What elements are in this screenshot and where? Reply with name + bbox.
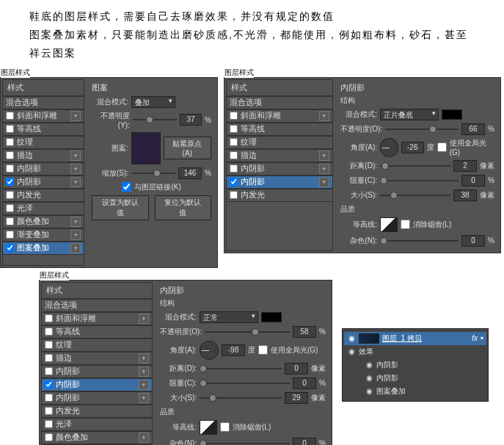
angle-value[interactable]: -98 [222,344,245,356]
effect-item[interactable]: 内阴影 [344,372,486,385]
style-inner-shadow-sel[interactable]: 内阴影+ [42,378,152,391]
add-icon[interactable]: + [70,151,81,161]
pattern-swatch[interactable] [131,132,160,164]
visibility-icon[interactable] [365,361,373,369]
distance-value[interactable]: 0 [285,363,308,375]
style-gradient-overlay[interactable]: 渐变叠加+ [3,228,84,242]
blend-mode-dropdown[interactable]: 正片叠底 [380,109,439,120]
set-default-button[interactable]: 设置为默认值 [92,195,148,220]
reset-default-button[interactable]: 复位为默认值 [155,195,211,220]
distance-slider[interactable] [200,363,282,374]
inner-glow-check[interactable] [45,407,53,415]
noise-value[interactable]: 0 [461,235,485,247]
stroke-check[interactable] [6,151,14,159]
opacity-value[interactable]: 58 [293,326,316,338]
scale-value[interactable]: 146 [178,167,202,179]
global-light-check[interactable] [258,345,268,355]
style-inner-glow[interactable]: 内发光 [227,189,332,202]
style-inner-shadow[interactable]: 内阴影+ [42,365,152,378]
size-value[interactable]: 29 [285,392,308,404]
stroke-check[interactable] [230,151,238,159]
style-color-overlay[interactable]: 颜色叠加+ [3,215,84,228]
global-light-check[interactable] [437,142,447,152]
inner-glow-check[interactable] [230,191,238,199]
contour-check[interactable] [230,125,238,133]
choke-value[interactable]: 0 [293,377,316,389]
style-bevel[interactable]: 斜面和浮雕+ [42,312,152,325]
choke-value[interactable]: 0 [461,175,485,187]
opacity-value[interactable]: 66 [461,123,485,135]
choke-slider[interactable] [380,176,459,186]
add-icon[interactable]: + [70,164,81,174]
inner-shadow-check[interactable] [6,164,14,173]
style-contour[interactable]: 等高线 [3,123,84,136]
stroke-check[interactable] [45,354,53,362]
bevel-check[interactable] [45,314,53,322]
style-inner-shadow-2[interactable]: 内阴影+ [3,176,84,189]
style-stroke[interactable]: 描边+ [227,149,332,162]
bevel-check[interactable] [6,112,14,120]
inner-shadow-check[interactable] [230,164,238,173]
blend-mode-dropdown[interactable]: 叠加 [131,96,175,108]
satin-check[interactable] [6,204,14,212]
blend-mode-dropdown[interactable]: 正常 [200,311,258,323]
layer-thumbnail[interactable] [359,333,379,344]
style-contour[interactable]: 等高线 [227,123,332,136]
add-icon[interactable]: + [319,177,329,187]
style-stroke[interactable]: 描边+ [3,149,84,162]
style-satin[interactable]: 光泽 [42,418,152,431]
add-icon[interactable]: + [70,217,81,227]
distance-value[interactable]: 2 [453,160,477,172]
contour-check[interactable] [45,328,53,336]
layer-name[interactable]: 图层_1 拷贝 [382,333,422,344]
add-icon[interactable]: + [319,111,329,121]
color-swatch[interactable] [261,312,282,322]
add-icon[interactable]: + [139,380,149,390]
layer-row[interactable]: 图层_1 拷贝fx▾ [344,332,486,345]
inner-glow-check[interactable] [6,191,14,199]
effect-item[interactable]: 内阴影 [344,358,486,372]
angle-dial[interactable] [380,138,398,157]
add-icon[interactable]: + [139,314,149,324]
link-layer-check[interactable] [122,182,131,192]
texture-check[interactable] [45,341,53,349]
add-icon[interactable]: + [139,393,149,403]
chevron-down-icon[interactable]: ▾ [481,335,483,341]
satin-check[interactable] [45,420,53,428]
anti-alias-check[interactable] [220,422,230,432]
effect-item[interactable]: 图案叠加 [344,385,486,398]
snap-origin-button[interactable]: 贴紧原点(A) [164,137,212,159]
add-icon[interactable]: + [319,164,329,174]
blend-options[interactable]: 混合选项 [42,299,152,312]
style-texture[interactable]: 纹理 [42,339,152,352]
fx-badge[interactable]: fx [472,334,478,342]
bevel-check[interactable] [230,112,238,120]
style-inner-shadow-3[interactable]: 内阴影+ [42,391,152,405]
distance-slider[interactable] [380,161,450,171]
noise-value[interactable]: 0 [293,438,316,445]
style-inner-glow[interactable]: 内发光 [3,189,84,202]
color-overlay-check[interactable] [6,217,14,225]
gradient-overlay-check[interactable] [6,231,14,239]
add-icon[interactable]: + [70,177,81,187]
visibility-icon[interactable] [347,334,356,343]
style-bevel[interactable]: 斜面和浮雕+ [3,109,84,123]
scale-slider[interactable] [131,168,175,178]
inner-shadow-check[interactable] [230,178,238,186]
inner-shadow-check[interactable] [45,367,53,375]
style-contour[interactable]: 等高线 [42,325,152,339]
size-slider[interactable] [200,393,282,403]
texture-check[interactable] [230,138,238,146]
noise-slider[interactable] [200,438,290,445]
angle-dial[interactable] [200,341,219,360]
style-color-overlay[interactable]: 颜色叠加+ [42,431,152,444]
opacity-slider[interactable] [385,124,459,134]
inner-shadow-check[interactable] [45,394,53,402]
effects-row[interactable]: 效果 [344,345,486,358]
contour-check[interactable] [6,125,14,133]
opacity-slider[interactable] [133,115,177,125]
add-icon[interactable]: + [70,111,81,121]
blend-options[interactable]: 混合选项 [227,96,332,109]
noise-slider[interactable] [380,236,459,246]
style-texture[interactable]: 纹理 [3,136,84,149]
